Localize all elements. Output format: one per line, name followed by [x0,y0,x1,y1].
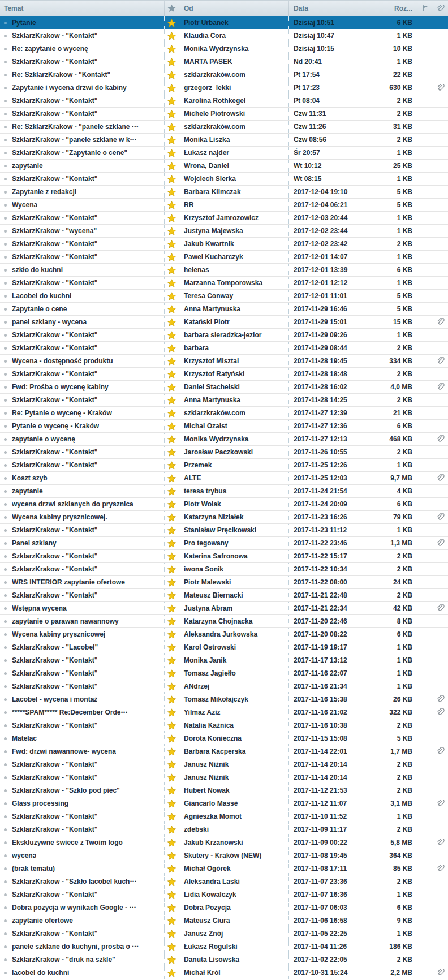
message-flag-cell[interactable] [417,914,433,927]
message-star-cell[interactable] [164,953,179,966]
message-star-cell[interactable] [164,290,179,302]
star-icon[interactable] [167,878,176,886]
column-header-subject[interactable]: Temat [0,1,164,16]
message-row[interactable]: SzklarzKrakow - "Kontakt" Krzysztof Jamr… [0,212,448,225]
message-flag-cell[interactable] [417,16,433,29]
message-row[interactable]: szkło do kuchni helenas 2017-12-01 13:39… [0,264,448,277]
message-flag-cell[interactable] [417,836,433,849]
message-star-cell[interactable] [164,732,179,745]
message-flag-cell[interactable] [417,264,433,276]
message-flag-cell[interactable] [417,849,433,862]
message-flag-cell[interactable] [417,381,433,393]
message-star-cell[interactable] [164,199,179,211]
message-row[interactable]: SzklarzKrakow - "Kontakt" Stanisław Pręc… [0,524,448,537]
message-star-cell[interactable] [164,901,179,914]
message-star-cell[interactable] [164,706,179,719]
message-flag-cell[interactable] [417,875,433,888]
message-star-cell[interactable] [164,537,179,549]
star-icon[interactable] [167,552,176,561]
message-star-cell[interactable] [164,758,179,771]
message-row[interactable]: Glass processing Giancarlo Massè 2017-11… [0,797,448,810]
message-star-cell[interactable] [164,719,179,732]
star-icon[interactable] [167,461,176,470]
message-row[interactable]: SzklarzKrakow - "Kontakt" Janusz Znój 20… [0,927,448,940]
message-flag-cell[interactable] [417,238,433,250]
message-row[interactable]: zapytanie o parawan nawannowy Katarzyna … [0,615,448,628]
star-icon[interactable] [167,526,176,535]
message-star-cell[interactable] [164,29,179,42]
message-row[interactable]: Pytanie Piotr Urbanek Dzisiaj 10:51 6 KB [0,16,448,29]
message-star-cell[interactable] [164,511,179,523]
message-row[interactable]: Koszt szyb ALTE 2017-11-25 12:03 9,7 MB [0,472,448,485]
message-star-cell[interactable] [164,524,179,536]
message-row[interactable]: SzklarzKrakow - "druk na szkle" Danuta L… [0,953,448,966]
message-row[interactable]: SzklarzKrakow - "Zapytanie o cene" Łukas… [0,147,448,160]
message-flag-cell[interactable] [417,784,433,797]
message-flag-cell[interactable] [417,667,433,680]
message-flag-cell[interactable] [417,160,433,172]
message-row[interactable]: Wycena kabiny prysznicowej. Katarzyna Ni… [0,511,448,524]
star-icon[interactable] [167,578,176,587]
message-flag-cell[interactable] [417,498,433,510]
message-flag-cell[interactable] [417,888,433,901]
message-row[interactable]: SzklarzKrakow - "Kontakt" barbara 2017-1… [0,342,448,355]
column-header-date[interactable]: Data [288,1,382,16]
message-row[interactable]: SzklarzKrakow - "Kontakt" Janusz Niżnik … [0,771,448,784]
message-row[interactable]: SzklarzKrakow - "Kontakt" Krzysztof Raty… [0,368,448,381]
message-flag-cell[interactable] [417,303,433,315]
message-row[interactable]: Wycena - dostępność produktu Krzysztof M… [0,355,448,368]
star-icon[interactable] [167,149,176,157]
message-flag-cell[interactable] [417,251,433,263]
message-row[interactable]: panel szklany - wycena Katański Piotr 20… [0,316,448,329]
message-star-cell[interactable] [164,394,179,406]
column-header-flag[interactable] [417,1,433,16]
star-icon[interactable] [167,97,176,105]
message-star-cell[interactable] [164,251,179,263]
message-row[interactable]: Wycena RR 2017-12-04 06:21 5 KB [0,199,448,212]
star-icon[interactable] [167,32,176,40]
star-icon[interactable] [167,786,176,795]
message-flag-cell[interactable] [417,797,433,810]
message-star-cell[interactable] [164,160,179,172]
message-row[interactable]: SzklarzKrakow - "Kontakt" Tomasz Jagiełł… [0,667,448,680]
message-flag-cell[interactable] [417,706,433,719]
message-row[interactable]: SzklarzKrakow - "Kontakt" Katerina Safro… [0,550,448,563]
message-star-cell[interactable] [164,420,179,432]
message-row[interactable]: Re: SzklarzKrakow - "Kontakt" szklarzkra… [0,68,448,81]
message-star-cell[interactable] [164,186,179,198]
star-icon[interactable] [167,839,176,847]
message-star-cell[interactable] [164,485,179,497]
star-icon[interactable] [167,162,176,170]
message-row[interactable]: Zapytanie i wycena drzwi do kabiny grzeg… [0,81,448,94]
message-star-cell[interactable] [164,238,179,250]
star-icon[interactable] [167,370,176,379]
message-flag-cell[interactable] [417,602,433,614]
message-flag-cell[interactable] [417,576,433,588]
message-flag-cell[interactable] [417,342,433,354]
message-star-cell[interactable] [164,602,179,614]
message-row[interactable]: WRS INTERIOR zapytanie ofertowe Piotr Ma… [0,576,448,589]
message-flag-cell[interactable] [417,81,433,94]
message-flag-cell[interactable] [417,55,433,68]
message-row[interactable]: SzklarzKrakow - "Kontakt" ANdrzej 2017-1… [0,680,448,693]
star-icon[interactable] [167,591,176,600]
message-flag-cell[interactable] [417,68,433,81]
message-star-cell[interactable] [164,680,179,693]
message-row[interactable]: SzklarzKrakow - "Kontakt" barbara sierad… [0,329,448,342]
message-flag-cell[interactable] [417,121,433,133]
message-star-cell[interactable] [164,459,179,471]
star-icon[interactable] [167,487,176,496]
message-star-cell[interactable] [164,966,179,979]
message-star-cell[interactable] [164,134,179,146]
star-icon[interactable] [167,969,176,977]
message-star-cell[interactable] [164,745,179,758]
star-icon[interactable] [167,904,176,912]
star-icon[interactable] [167,565,176,574]
message-star-cell[interactable] [164,264,179,276]
star-icon[interactable] [167,513,176,522]
message-star-cell[interactable] [164,108,179,120]
message-star-cell[interactable] [164,55,179,68]
star-icon[interactable] [167,826,176,834]
message-flag-cell[interactable] [417,420,433,432]
message-star-cell[interactable] [164,355,179,367]
